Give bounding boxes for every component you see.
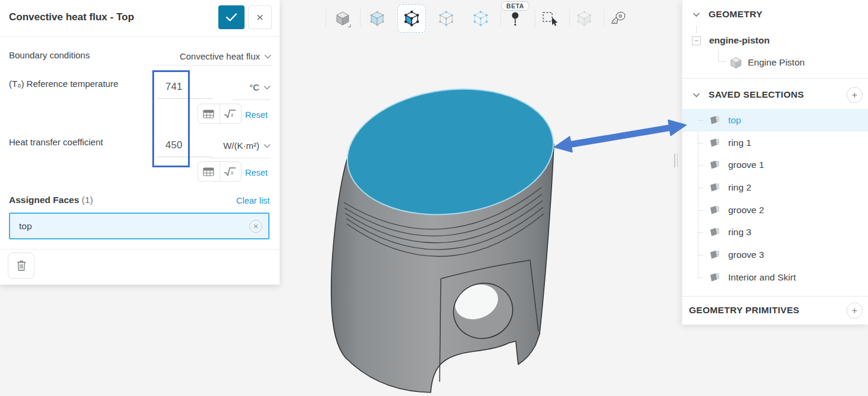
select-vertex-icon (472, 10, 490, 27)
close-icon: × (256, 10, 264, 24)
cancel-button[interactable]: × (248, 5, 272, 29)
plus-icon: + (852, 305, 857, 316)
add-saved-selection-button[interactable]: + (847, 87, 863, 103)
tree-elbow-line (718, 49, 726, 62)
saved-selection-item[interactable]: ring 1 (682, 132, 868, 154)
formula-sqrt-icon: x (224, 167, 237, 176)
boundary-conditions-label: Boundary conditions (9, 50, 90, 60)
geometry-primitives-section-header[interactable]: GEOMETRY PRIMITIVES (682, 300, 868, 321)
face-selection-icon (709, 249, 721, 261)
reference-temperature-unit-select[interactable]: °C (233, 75, 271, 100)
saved-selection-label: ring 2 (728, 182, 751, 193)
box-select-icon (541, 10, 559, 27)
saved-selection-label: top (728, 115, 741, 126)
face-selection-icon (709, 159, 721, 171)
chevron-down-icon (692, 92, 700, 98)
saved-selection-item[interactable]: ring 3 (682, 221, 868, 244)
viewport-toolbar: BETA (325, 4, 636, 33)
saved-selection-label: groove 1 (728, 160, 764, 170)
boundary-conditions-select[interactable]: Convective heat flux (155, 48, 271, 66)
trash-icon (16, 260, 27, 272)
piston-3d-model[interactable] (331, 78, 561, 392)
assigned-faces-count: (1) (82, 195, 93, 205)
panel-resize-grip[interactable] (674, 154, 678, 167)
chevron-down-icon (264, 85, 271, 90)
saved-selection-item[interactable]: groove 2 (682, 199, 868, 222)
saved-selection-item[interactable]: ring 2 (682, 176, 868, 199)
select-edge-icon (437, 10, 455, 27)
saved-selections-list: top ring 1 groove 1 ring 2 groove 2 ring… (682, 109, 868, 289)
tree-item-engine-piston[interactable]: − engine-piston (682, 31, 868, 50)
select-body-button[interactable] (360, 4, 394, 33)
assigned-faces-header: Assigned Faces (1) (9, 195, 93, 205)
hide-geometry-button (567, 4, 601, 33)
confirm-button[interactable] (218, 5, 245, 29)
assigned-face-chip[interactable]: top × (9, 213, 270, 239)
select-face-icon (403, 10, 421, 27)
hide-geometry-icon (575, 10, 593, 27)
saved-selection-item[interactable]: groove 3 (682, 244, 868, 266)
remove-chip-button[interactable]: × (249, 220, 262, 233)
reference-temperature-label: (T₀) Reference temperature (9, 79, 118, 89)
svg-text:x: x (230, 170, 234, 176)
boundary-condition-panel: Convective heat flux - Top × Boundary co… (0, 0, 280, 285)
reset-coefficient-link[interactable]: Reset (245, 168, 268, 177)
saved-selection-label: Interior and Skirt (728, 272, 796, 283)
geometry-tree-panel: GEOMETRY − engine-piston Engine Piston S… (682, 0, 868, 325)
chevron-down-icon (264, 144, 271, 148)
select-volume-icon (334, 10, 352, 27)
collapse-icon[interactable]: − (692, 36, 701, 45)
chip-label: top (19, 221, 32, 232)
chevron-down-icon (692, 12, 700, 17)
heat-transfer-unit-select[interactable]: W/(K·m²) (211, 133, 271, 158)
saved-selections-section-header[interactable]: SAVED SELECTIONS (682, 85, 868, 104)
saved-selection-item[interactable]: groove 1 (682, 154, 868, 176)
probe-pin-icon (506, 10, 524, 27)
select-body-icon (368, 10, 386, 27)
table-input-button[interactable] (198, 162, 220, 181)
plus-icon: + (852, 90, 857, 101)
face-selection-icon (709, 272, 721, 283)
formula-input-button[interactable]: x (220, 162, 242, 181)
measure-icon (610, 10, 628, 27)
measure-button[interactable] (601, 4, 636, 33)
table-icon (203, 110, 214, 119)
table-input-button[interactable] (198, 104, 220, 123)
3d-viewport[interactable] (280, 0, 690, 396)
reset-temperature-link[interactable]: Reset (245, 110, 268, 120)
value-input-mode-group: x (198, 104, 242, 124)
face-selection-icon (709, 182, 721, 194)
chevron-down-icon (264, 54, 271, 59)
reference-temperature-input[interactable] (158, 75, 213, 99)
formula-sqrt-icon: x (224, 109, 237, 119)
select-face-button[interactable] (394, 4, 429, 33)
saved-selection-label: groove 3 (728, 250, 764, 260)
face-selection-icon (709, 114, 721, 126)
box-select-button[interactable] (532, 4, 567, 33)
simulation-workbench: { "colors": { "accent": "#0b7ca6", "link… (0, 0, 868, 396)
face-selection-icon (709, 204, 721, 216)
saved-selection-item[interactable]: Interior and Skirt (682, 266, 868, 289)
add-geometry-primitive-button[interactable]: + (847, 303, 863, 319)
face-selection-icon (709, 137, 721, 149)
select-edge-button[interactable] (429, 4, 463, 33)
svg-text:x: x (230, 112, 234, 118)
geometry-section-header[interactable]: GEOMETRY (682, 5, 868, 24)
remove-chip-icon: × (253, 222, 258, 231)
heat-transfer-coefficient-input[interactable] (158, 133, 213, 157)
delete-button[interactable] (8, 252, 35, 279)
saved-selection-label: ring 3 (728, 227, 751, 238)
check-icon (225, 13, 237, 22)
clear-list-link[interactable]: Clear list (236, 196, 270, 205)
saved-selection-label: groove 2 (728, 205, 764, 216)
saved-selection-item[interactable]: top (682, 109, 868, 132)
value-input-mode-group: x (198, 161, 242, 182)
panel-title: Convective heat flux - Top (9, 11, 134, 23)
select-volume-button[interactable] (325, 4, 360, 33)
tree-item-engine-piston-body[interactable]: Engine Piston (682, 52, 868, 73)
select-vertex-button[interactable] (463, 4, 498, 33)
face-selection-icon (709, 226, 721, 238)
beta-badge: BETA (501, 1, 529, 11)
formula-input-button[interactable]: x (220, 104, 242, 123)
saved-selection-label: ring 1 (728, 138, 751, 148)
